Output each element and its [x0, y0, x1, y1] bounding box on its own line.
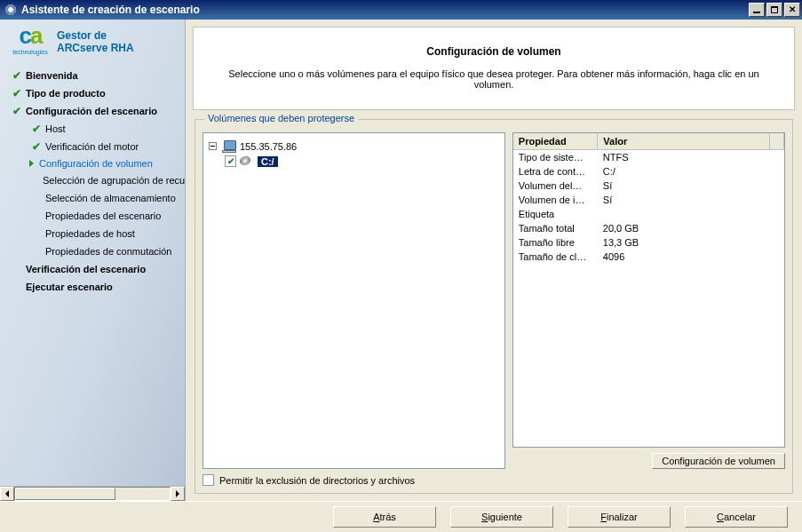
nav-verif-escenario[interactable]: ✔Verificación del escenario — [4, 260, 185, 278]
scroll-right-button[interactable] — [171, 487, 185, 501]
sidebar-hscrollbar[interactable] — [0, 486, 185, 501]
exclude-checkbox[interactable] — [202, 474, 214, 486]
wizard-footer: Atrás Siguiente Finalizar Cancelar — [0, 501, 802, 532]
scroll-left-button[interactable] — [0, 487, 14, 501]
exclude-label: Permitir la exclusión de directorios y a… — [219, 475, 415, 486]
volume-config-button[interactable]: Configuración de volumen — [652, 453, 785, 469]
tree-drive-row[interactable]: ✔ C:/ — [209, 154, 499, 169]
prop-key: Tamaño de cl… — [513, 250, 598, 264]
prop-value: Sí — [598, 179, 770, 193]
prop-key: Etiqueta — [513, 207, 598, 221]
nav-bienvenida[interactable]: ✔Bienvenida — [4, 67, 185, 84]
exclude-row: Permitir la exclusión de directorios y a… — [202, 474, 785, 486]
cancel-button[interactable]: Cancelar — [685, 506, 788, 528]
prop-key: Letra de cont… — [513, 164, 598, 179]
brand: ca technologies Gestor de ARCserve RHA — [0, 20, 185, 65]
table-row[interactable]: Etiqueta — [513, 207, 784, 221]
properties-table: Propiedad Valor Tipo de siste…NTFSLetra … — [513, 133, 784, 264]
table-row[interactable]: Tamaño total20,0 GB — [513, 221, 784, 235]
check-icon: ✔ — [11, 87, 22, 99]
check-icon: ✔ — [11, 105, 22, 117]
nav-config-volumen[interactable]: Configuración de volumen — [4, 155, 185, 171]
groupbox-legend: Volúmenes que deben protegerse — [204, 113, 358, 123]
close-button[interactable] — [784, 3, 800, 17]
nav-host[interactable]: ✔Host — [4, 120, 185, 138]
host-ip: 155.35.75.86 — [240, 141, 297, 152]
volumes-groupbox: Volúmenes que deben protegerse 155.35.75… — [195, 119, 793, 494]
prop-key: Tamaño total — [513, 221, 598, 235]
col-valor[interactable]: Valor — [598, 133, 770, 150]
sidebar: ca technologies Gestor de ARCserve RHA ✔… — [0, 20, 186, 501]
back-button[interactable]: Atrás — [333, 506, 436, 528]
table-row[interactable]: Volumen del…Sí — [513, 179, 784, 193]
scroll-thumb[interactable] — [15, 488, 115, 500]
table-row[interactable]: Tamaño de cl…4096 — [513, 250, 784, 264]
prop-key: Volumen del… — [513, 179, 598, 193]
step-subtitle: Seleccione uno o más volúmenes para el e… — [211, 68, 776, 90]
nav-ejecutar[interactable]: ✔Ejecutar escenario — [4, 278, 185, 296]
nav-prop-conmut[interactable]: ✔Propiedades de conmutación — [4, 242, 185, 260]
table-row[interactable]: Tipo de siste…NTFS — [513, 150, 784, 165]
computer-icon — [222, 140, 236, 153]
drive-icon — [240, 156, 254, 167]
nav-prop-host[interactable]: ✔Propiedades de host — [4, 225, 185, 242]
window-title: Asistente de creación de escenario — [21, 4, 747, 16]
step-title: Configuración de volumen — [211, 45, 776, 58]
content-area: Configuración de volumen Seleccione uno … — [186, 20, 802, 501]
product-name: Gestor de ARCserve RHA — [57, 29, 134, 54]
app-icon — [4, 3, 18, 17]
table-row[interactable]: Letra de cont…C:/ — [513, 164, 784, 179]
check-icon: ✔ — [30, 140, 42, 153]
title-bar: Asistente de creación de escenario — [0, 0, 802, 20]
nav-config-escenario[interactable]: ✔Configuración del escenario — [4, 102, 185, 120]
maximize-button[interactable] — [766, 3, 782, 17]
scroll-track[interactable] — [14, 487, 171, 501]
properties-pane: Propiedad Valor Tipo de siste…NTFSLetra … — [512, 132, 785, 448]
finish-button[interactable]: Finalizar — [568, 506, 671, 528]
nav-tipo-producto[interactable]: ✔Tipo de producto — [4, 84, 185, 102]
minimize-button[interactable] — [749, 3, 765, 17]
nav-verif-motor[interactable]: ✔Verificación del motor — [4, 138, 185, 155]
tree-host-row[interactable]: 155.35.75.86 — [209, 139, 499, 154]
logo: ca technologies — [9, 27, 52, 56]
prop-key: Tipo de siste… — [513, 150, 598, 165]
prop-key: Volumen de i… — [513, 193, 598, 207]
check-icon: ✔ — [11, 69, 22, 82]
prop-value: 4096 — [598, 250, 770, 264]
step-header: Configuración de volumen Seleccione uno … — [193, 27, 795, 110]
table-row[interactable]: Tamaño libre13,3 GB — [513, 235, 784, 250]
col-propiedad[interactable]: Propiedad — [513, 133, 598, 150]
prop-value — [598, 207, 770, 221]
drive-checkbox[interactable]: ✔ — [225, 155, 236, 167]
nav-sel-recursos[interactable]: ✔Selección de agrupación de recursos — [4, 171, 185, 189]
prop-value: NTFS — [598, 150, 770, 165]
prop-key: Tamaño libre — [513, 235, 598, 250]
col-spacer — [770, 133, 784, 150]
collapse-icon[interactable] — [209, 142, 217, 150]
check-icon: ✔ — [30, 123, 42, 135]
drive-label: C:/ — [258, 156, 278, 167]
current-step-icon — [29, 160, 34, 167]
table-row[interactable]: Volumen de i…Sí — [513, 193, 784, 207]
prop-value: C:/ — [598, 164, 770, 179]
wizard-nav: ✔Bienvenida ✔Tipo de producto ✔Configura… — [0, 65, 185, 486]
nav-sel-almacen[interactable]: ✔Selección de almacenamiento — [4, 189, 185, 207]
prop-value: 13,3 GB — [598, 235, 770, 250]
next-button[interactable]: Siguiente — [450, 506, 553, 528]
prop-value: Sí — [598, 193, 770, 207]
volume-tree[interactable]: 155.35.75.86 ✔ C:/ — [202, 132, 505, 469]
nav-prop-escenario[interactable]: ✔Propiedades del escenario — [4, 207, 185, 225]
prop-value: 20,0 GB — [598, 221, 770, 235]
